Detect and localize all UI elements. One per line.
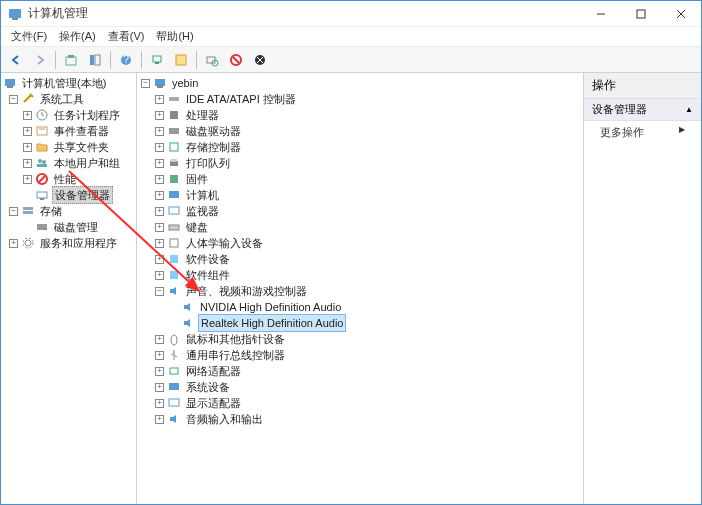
node-label: 通用串行总线控制器 [184,347,287,363]
expand-icon[interactable]: + [9,239,18,248]
expand-icon[interactable]: + [155,239,164,248]
expand-icon[interactable]: + [23,143,32,152]
properties-button[interactable] [170,49,192,71]
devices-button[interactable] [146,49,168,71]
tree-disk-mgmt[interactable]: 磁盘管理 [1,219,136,235]
tree-print-queue[interactable]: +打印队列 [137,155,583,171]
svg-rect-32 [23,207,33,210]
expand-icon[interactable]: + [155,335,164,344]
expand-icon[interactable]: + [155,143,164,152]
expand-icon[interactable]: + [23,175,32,184]
tree-usb[interactable]: +通用串行总线控制器 [137,347,583,363]
expand-icon[interactable]: + [155,399,164,408]
uninstall-button[interactable] [249,49,271,71]
minimize-button[interactable] [581,1,621,26]
menu-action[interactable]: 操作(A) [53,29,102,44]
expand-icon[interactable]: + [155,255,164,264]
expand-icon[interactable]: + [155,367,164,376]
expand-icon[interactable]: + [155,271,164,280]
collapse-icon[interactable]: − [9,95,18,104]
expand-icon[interactable]: + [155,159,164,168]
menu-file[interactable]: 文件(F) [5,29,53,44]
svg-point-25 [38,159,42,163]
svg-rect-39 [157,86,163,88]
tree-system-dev[interactable]: +系统设备 [137,379,583,395]
tree-nvidia-audio[interactable]: NVIDIA High Definition Audio [137,299,583,315]
tree-software-comp[interactable]: +软件组件 [137,267,583,283]
event-icon [35,124,49,138]
close-button[interactable] [661,1,701,26]
tree-audio-io[interactable]: +音频输入和输出 [137,411,583,427]
tree-storage[interactable]: − 存储 [1,203,136,219]
tree-software-dev[interactable]: +软件设备 [137,251,583,267]
expand-icon[interactable]: + [155,351,164,360]
back-button[interactable] [5,49,27,71]
title-bar: 计算机管理 [1,1,701,27]
tree-mouse[interactable]: +鼠标和其他指针设备 [137,331,583,347]
expand-icon[interactable]: + [155,383,164,392]
svg-text:?: ? [123,53,129,65]
expand-icon[interactable]: + [155,175,164,184]
tree-network[interactable]: +网络适配器 [137,363,583,379]
tree-task-scheduler[interactable]: + 任务计划程序 [1,107,136,123]
ide-icon [167,92,181,106]
svg-rect-6 [66,57,76,65]
expand-icon[interactable]: + [23,127,32,136]
expand-icon[interactable]: + [155,111,164,120]
node-label: NVIDIA High Definition Audio [198,299,343,315]
device-tree[interactable]: − yebin +IDE ATA/ATAPI 控制器 +处理器 +磁盘驱动器 +… [137,73,583,429]
up-button[interactable] [60,49,82,71]
node-label: 打印队列 [184,155,232,171]
collapse-icon[interactable]: − [141,79,150,88]
expand-icon[interactable]: + [155,191,164,200]
collapse-icon[interactable]: − [9,207,18,216]
svg-rect-45 [171,159,177,162]
tree-storage-ctrl[interactable]: +存储控制器 [137,139,583,155]
menu-view[interactable]: 查看(V) [102,29,151,44]
scan-button[interactable] [201,49,223,71]
expand-icon[interactable]: + [155,127,164,136]
expand-icon[interactable]: + [155,207,164,216]
forward-button[interactable] [29,49,51,71]
expand-icon[interactable]: + [23,159,32,168]
tree-display[interactable]: +显示适配器 [137,395,583,411]
tree-firmware[interactable]: +固件 [137,171,583,187]
tree-local-users[interactable]: + 本地用户和组 [1,155,136,171]
expand-icon[interactable]: + [23,111,32,120]
software-dev-icon [167,252,181,266]
tree-monitor[interactable]: +监视器 [137,203,583,219]
tree-computer[interactable]: +计算机 [137,187,583,203]
tree-disk-drive[interactable]: +磁盘驱动器 [137,123,583,139]
tree-sound[interactable]: −声音、视频和游戏控制器 [137,283,583,299]
help-button[interactable]: ? [115,49,137,71]
maximize-button[interactable] [621,1,661,26]
tree-keyboard[interactable]: +键盘 [137,219,583,235]
show-hide-tree-button[interactable] [84,49,106,71]
tree-system-tools[interactable]: − 系统工具 [1,91,136,107]
tree-root-computer-mgmt[interactable]: 计算机管理(本地) [1,75,136,91]
tree-hid[interactable]: +人体学输入设备 [137,235,583,251]
svg-point-36 [25,240,31,246]
expand-icon[interactable]: + [155,223,164,232]
node-label: 设备管理器 [52,186,113,204]
expand-icon[interactable]: + [155,95,164,104]
tree-root-machine[interactable]: − yebin [137,75,583,91]
collapse-icon[interactable]: − [155,287,164,296]
svg-rect-31 [40,198,44,200]
printer-icon [167,156,181,170]
tree-services-apps[interactable]: + 服务和应用程序 [1,235,136,251]
actions-more[interactable]: 更多操作 ▶ [584,121,701,144]
menu-help[interactable]: 帮助(H) [150,29,199,44]
disable-button[interactable] [225,49,247,71]
actions-subheader[interactable]: 设备管理器 ▲ [584,99,701,121]
expand-icon[interactable]: + [155,415,164,424]
window-controls [581,1,701,26]
tree-cpu[interactable]: +处理器 [137,107,583,123]
tree-ide[interactable]: +IDE ATA/ATAPI 控制器 [137,91,583,107]
tree-event-viewer[interactable]: + 事件查看器 [1,123,136,139]
tree-performance[interactable]: + 性能 [1,171,136,187]
left-tree[interactable]: 计算机管理(本地) − 系统工具 + 任务计划程序 + 事件查看器 + 共享文件… [1,73,136,253]
tree-realtek-audio[interactable]: Realtek High Definition Audio [137,315,583,331]
tree-shared-folders[interactable]: + 共享文件夹 [1,139,136,155]
tree-device-manager[interactable]: 设备管理器 [1,187,136,203]
